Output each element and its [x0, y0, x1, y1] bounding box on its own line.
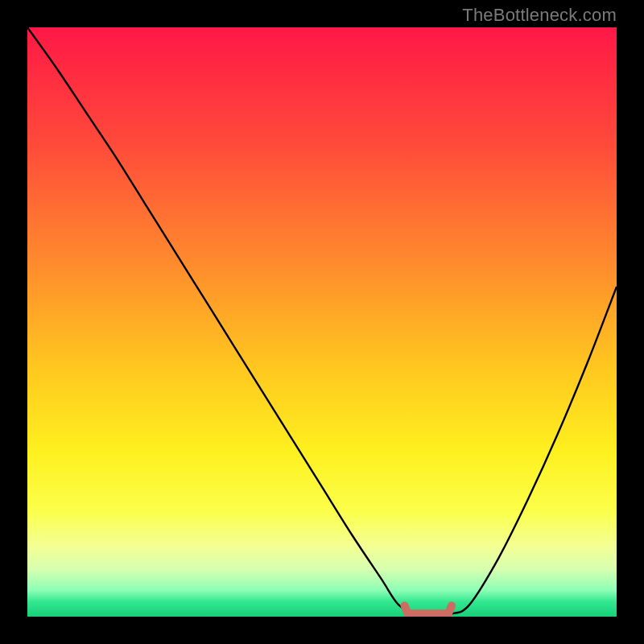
- chart-frame: TheBottleneck.com: [0, 0, 644, 644]
- watermark-text: TheBottleneck.com: [462, 5, 617, 26]
- plot-area: [27, 27, 617, 617]
- chart-svg: [27, 27, 617, 617]
- gradient-background: [27, 27, 617, 617]
